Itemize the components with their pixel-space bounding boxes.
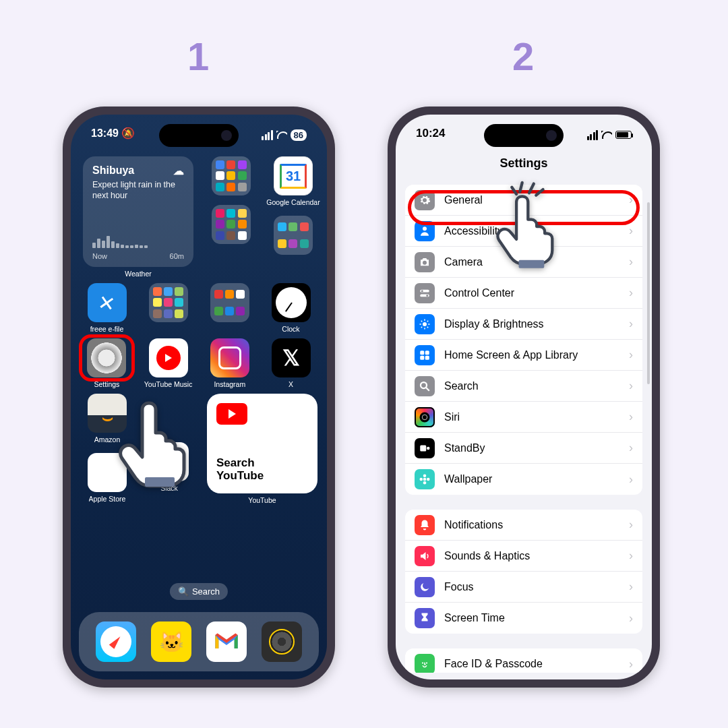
svg-line-34	[529, 184, 534, 193]
settings-row-wallpaper[interactable]: Wallpaper›	[405, 464, 642, 495]
row-label: Face ID & Passcode	[444, 658, 543, 670]
svg-rect-17	[425, 351, 429, 355]
timer-icon	[415, 608, 435, 628]
step-number-1: 1	[187, 34, 209, 79]
svg-rect-24	[420, 445, 426, 451]
battery-level: 86	[291, 129, 307, 141]
signal-icon	[262, 130, 273, 140]
svg-line-12	[421, 320, 423, 322]
settings-row-control-center[interactable]: Control Center›	[405, 278, 642, 309]
svg-line-33	[520, 183, 522, 192]
standby-icon	[415, 438, 435, 458]
x-app[interactable]: 𝕏	[272, 338, 311, 377]
camera-icon	[415, 252, 435, 272]
chevron-right-icon: ›	[629, 379, 633, 393]
scrollbar[interactable]	[647, 202, 650, 384]
pointer-hand-icon	[117, 396, 198, 491]
search-icon	[415, 376, 435, 396]
iphone-homescreen: 13:49 🔕 86 Shibuya ☁ Expect light rain i…	[63, 107, 335, 688]
youtube-music-app[interactable]	[149, 338, 188, 377]
grid-icon	[415, 345, 435, 365]
google-calendar-app[interactable]: 31	[274, 156, 313, 195]
svg-line-15	[427, 320, 429, 322]
svg-rect-16	[420, 351, 424, 355]
weather-desc: Expect light rain in the next hour	[92, 180, 184, 201]
svg-point-25	[427, 446, 430, 450]
folder-4[interactable]	[149, 283, 188, 322]
person-icon	[415, 221, 435, 241]
settings-row-standby[interactable]: StandBy›	[405, 433, 642, 464]
page-title: Settings	[396, 156, 652, 171]
line-app[interactable]: 🐱	[151, 621, 191, 662]
battery-icon	[615, 131, 632, 139]
svg-rect-37	[519, 260, 545, 268]
row-label: Camera	[444, 256, 483, 268]
spotlight-search[interactable]: 🔍 Search	[170, 583, 228, 600]
settings-row-face-id-passcode[interactable]: Face ID & Passcode›	[405, 648, 642, 673]
chevron-right-icon: ›	[629, 193, 633, 207]
svg-line-14	[421, 326, 423, 328]
settings-row-sounds-haptics[interactable]: Sounds & Haptics›	[405, 541, 642, 572]
row-label: General	[444, 194, 483, 206]
settings-row-display-brightness[interactable]: Display & Brightness›	[405, 309, 642, 340]
switches-icon	[415, 283, 435, 303]
signal-icon	[587, 130, 599, 140]
svg-line-21	[426, 388, 429, 391]
wifi-icon	[601, 131, 612, 139]
settings-row-notifications[interactable]: Notifications›	[405, 510, 642, 541]
bell-icon	[415, 515, 435, 535]
svg-point-26	[423, 478, 427, 481]
row-label: StandBy	[444, 442, 485, 454]
settings-row-siri[interactable]: Siri›	[405, 402, 642, 433]
instagram-app[interactable]	[210, 338, 249, 377]
svg-point-6	[426, 294, 428, 296]
settings-group-2: Notifications›Sounds & Haptics›Focus›Scr…	[405, 510, 642, 634]
gmail-app[interactable]	[206, 621, 247, 662]
folder-2[interactable]	[212, 205, 251, 244]
svg-point-32	[426, 662, 427, 663]
settings-app[interactable]	[87, 338, 126, 377]
chevron-right-icon: ›	[629, 348, 633, 362]
cloud-icon: ☁	[173, 164, 184, 177]
chevron-right-icon: ›	[629, 317, 633, 331]
settings-row-focus[interactable]: Focus›	[405, 572, 642, 603]
svg-point-27	[423, 475, 427, 478]
siri-icon	[415, 407, 435, 427]
weather-location: Shibuya	[92, 164, 134, 177]
svg-line-13	[427, 326, 429, 328]
flower-icon	[415, 469, 435, 489]
safari-app[interactable]	[96, 621, 136, 662]
gear-icon	[415, 190, 435, 210]
dock: 🐱	[79, 612, 319, 671]
freee-app[interactable]	[88, 283, 127, 322]
svg-point-20	[421, 382, 427, 388]
settings-row-screen-time[interactable]: Screen Time›	[405, 603, 642, 634]
chevron-right-icon: ›	[629, 255, 633, 269]
camera-app[interactable]	[262, 621, 302, 662]
svg-line-35	[512, 187, 516, 194]
dynamic-island	[159, 124, 239, 147]
folder-3[interactable]	[274, 216, 313, 255]
svg-line-36	[536, 189, 543, 195]
chevron-right-icon: ›	[629, 473, 633, 487]
youtube-widget[interactable]: Search YouTube	[207, 394, 317, 493]
settings-row-home-screen-app-library[interactable]: Home Screen & App Library›	[405, 340, 642, 371]
chevron-right-icon: ›	[629, 611, 633, 626]
folder-5[interactable]	[210, 283, 249, 322]
chevron-right-icon: ›	[629, 549, 633, 563]
dynamic-island	[484, 124, 564, 147]
svg-point-30	[427, 478, 430, 481]
status-time: 10:24	[416, 127, 445, 143]
svg-point-5	[421, 290, 423, 292]
folder-1[interactable]	[212, 156, 251, 195]
chevron-right-icon: ›	[629, 410, 633, 424]
chevron-right-icon: ›	[629, 224, 633, 238]
svg-point-29	[420, 478, 423, 481]
weather-widget[interactable]: Shibuya ☁ Expect light rain in the next …	[83, 156, 193, 267]
youtube-icon	[216, 403, 247, 425]
wifi-icon	[276, 131, 287, 139]
row-label: Siri	[444, 411, 460, 423]
chevron-right-icon: ›	[629, 518, 633, 532]
clock-app[interactable]	[272, 283, 311, 322]
settings-row-search[interactable]: Search›	[405, 371, 642, 402]
